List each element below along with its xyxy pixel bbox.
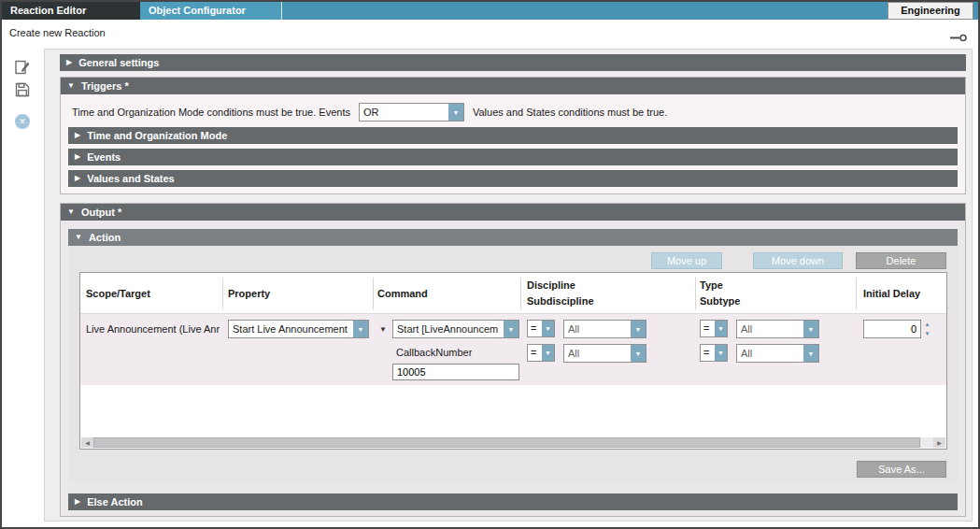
page-title: Create new Reaction — [9, 20, 106, 46]
command-expander-icon[interactable]: ▼ — [379, 325, 387, 334]
chevron-down-icon[interactable]: ▼ — [803, 321, 818, 337]
type-value: All — [741, 321, 802, 337]
trigger-condition-text-after: Values and States conditions must be tru… — [473, 107, 667, 118]
move-down-button[interactable]: Move down — [753, 252, 843, 269]
save-icon[interactable] — [14, 81, 31, 98]
column-header-type: Type — [700, 279, 723, 291]
column-header-scope-target: Scope/Target — [86, 288, 150, 299]
trigger-condition-row: Time and Organization Mode conditions mu… — [72, 103, 667, 122]
subdiscipline-value: All — [568, 345, 629, 362]
events-operator-dropdown[interactable]: OR ▼ — [359, 103, 464, 122]
discipline-operator-dropdown[interactable]: = ▼ — [527, 320, 555, 337]
spin-down-icon[interactable]: ▼ — [922, 329, 932, 338]
section-time-org-mode[interactable]: ▶ Time and Organization Mode — [68, 127, 958, 144]
scroll-right-icon[interactable]: ▶ — [933, 437, 945, 448]
column-separator — [695, 278, 696, 309]
chevron-down-icon[interactable]: ▼ — [631, 345, 646, 362]
column-header-property: Property — [228, 288, 270, 299]
initial-delay-spinner: ▲ ▼ — [922, 320, 932, 338]
sidebar: ✕ — [2, 46, 44, 527]
action-content: Move up Move down Delete Scope/Target Pr… — [68, 246, 958, 482]
tab-engineering[interactable]: Engineering — [888, 2, 973, 20]
chevron-down-icon[interactable]: ▼ — [504, 321, 518, 337]
cancel-icon[interactable]: ✕ — [15, 114, 30, 129]
main-panel: ▶ General settings ▼ Triggers * Time and… — [44, 49, 973, 522]
chevron-down-icon[interactable]: ▼ — [715, 345, 727, 361]
section-action[interactable]: ▼ Action — [68, 229, 958, 246]
section-else-action[interactable]: ▶ Else Action — [68, 493, 958, 510]
subtype-value: All — [741, 345, 802, 362]
column-separator — [856, 278, 857, 309]
trigger-condition-text-before: Time and Organization Mode conditions mu… — [72, 107, 350, 118]
edit-reaction-icon[interactable] — [14, 59, 31, 76]
chevron-down-icon[interactable]: ▼ — [353, 321, 368, 337]
section-general-settings[interactable]: ▶ General settings — [60, 54, 966, 71]
collapsed-arrow-icon: ▶ — [75, 498, 80, 506]
delete-button[interactable]: Delete — [856, 252, 946, 269]
initial-delay-input[interactable] — [863, 320, 921, 338]
subtype-operator-value: = — [703, 345, 715, 361]
section-triggers-label: Triggers * — [81, 80, 129, 92]
subtype-operator-dropdown[interactable]: = ▼ — [700, 344, 728, 362]
chevron-down-icon[interactable]: ▼ — [715, 321, 727, 336]
column-separator — [520, 278, 521, 309]
section-else-action-label: Else Action — [87, 496, 143, 508]
events-operator-value: OR — [363, 104, 447, 121]
expanded-arrow-icon: ▼ — [67, 82, 75, 90]
cancel-glyph: ✕ — [19, 117, 26, 126]
horizontal-scrollbar[interactable]: ◀ ▶ — [81, 437, 945, 448]
triggers-section: ▼ Triggers * Time and Organization Mode … — [60, 77, 966, 194]
callback-number-input[interactable] — [392, 364, 519, 380]
type-operator-dropdown[interactable]: = ▼ — [700, 320, 728, 337]
reaction-editor-window: Reaction Editor Object Configurator Engi… — [0, 0, 980, 529]
property-dropdown-value: Start Live Announcement — [233, 321, 351, 337]
section-triggers[interactable]: ▼ Triggers * — [61, 78, 965, 94]
command-dropdown[interactable]: Start [LiveAnnouncem ▼ — [392, 320, 519, 338]
subtype-value-dropdown[interactable]: All ▼ — [736, 344, 819, 363]
column-header-initial-delay: Initial Delay — [863, 288, 920, 299]
discipline-value-dropdown[interactable]: All ▼ — [563, 320, 646, 338]
discipline-value: All — [568, 321, 629, 337]
save-as-button[interactable]: Save As... — [857, 461, 946, 478]
section-action-label: Action — [89, 232, 121, 243]
column-separator — [222, 278, 223, 309]
section-time-org-mode-label: Time and Organization Mode — [87, 130, 227, 141]
output-section: ▼ Output * ▼ Action Move up Move down De… — [60, 203, 966, 517]
subdiscipline-operator-value: = — [531, 345, 542, 361]
section-output-label: Output * — [81, 207, 121, 218]
scrollbar-thumb[interactable] — [93, 437, 920, 448]
chevron-down-icon[interactable]: ▼ — [448, 104, 463, 121]
tab-bar: Reaction Editor Object Configurator Engi… — [2, 2, 978, 20]
subdiscipline-value-dropdown[interactable]: All ▼ — [563, 344, 646, 363]
collapsed-arrow-icon: ▶ — [75, 132, 80, 139]
section-events[interactable]: ▶ Events — [68, 149, 958, 165]
tab-reaction-editor[interactable]: Reaction Editor — [2, 2, 140, 20]
move-up-button[interactable]: Move up — [651, 252, 722, 269]
spin-up-icon[interactable]: ▲ — [922, 320, 932, 329]
column-separator — [373, 278, 374, 309]
pin-icon[interactable] — [950, 29, 967, 46]
chevron-down-icon[interactable]: ▼ — [542, 345, 554, 361]
column-header-discipline: Discipline — [527, 279, 575, 291]
type-value-dropdown[interactable]: All ▼ — [736, 320, 819, 338]
type-operator-value: = — [703, 321, 715, 336]
chevron-down-icon[interactable]: ▼ — [542, 321, 554, 336]
expanded-arrow-icon: ▼ — [75, 234, 82, 241]
collapsed-arrow-icon: ▶ — [75, 175, 80, 182]
column-header-subtype: Subtype — [700, 295, 740, 307]
scope-target-cell: Live Announcement (Live Anno — [86, 323, 220, 335]
scroll-left-icon[interactable]: ◀ — [81, 437, 93, 448]
expanded-arrow-icon: ▼ — [67, 208, 75, 216]
collapsed-arrow-icon: ▶ — [75, 153, 80, 161]
property-dropdown[interactable]: Start Live Announcement ▼ — [228, 320, 369, 338]
column-header-command: Command — [377, 288, 428, 299]
section-values-states[interactable]: ▶ Values and States — [68, 170, 958, 187]
chevron-down-icon[interactable]: ▼ — [631, 321, 646, 337]
section-events-label: Events — [87, 151, 121, 163]
subdiscipline-operator-dropdown[interactable]: = ▼ — [527, 344, 555, 362]
tab-object-configurator[interactable]: Object Configurator — [140, 2, 282, 20]
section-output[interactable]: ▼ Output * — [61, 204, 965, 221]
section-general-settings-label: General settings — [78, 57, 159, 68]
chevron-down-icon[interactable]: ▼ — [803, 345, 818, 362]
action-table: Scope/Target Property Command Discipline… — [79, 272, 947, 450]
